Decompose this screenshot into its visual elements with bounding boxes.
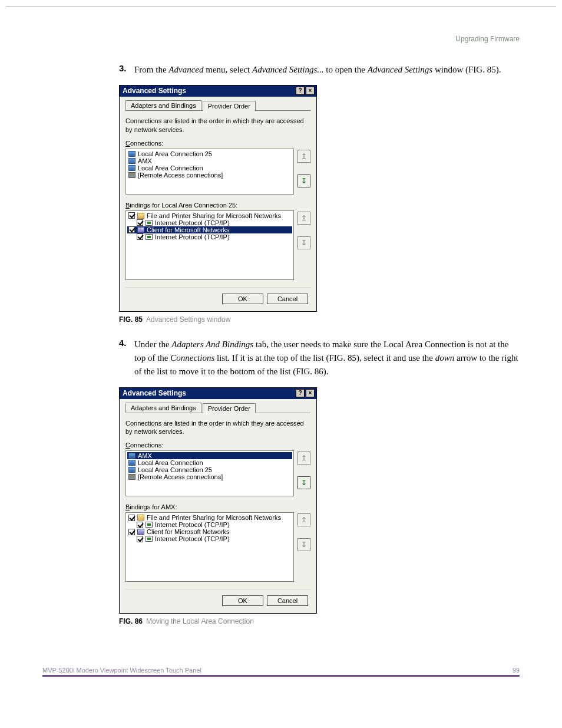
list-item-label: Client for Microsoft Networks [147, 528, 230, 535]
bindings-label: Bindings for Local Area Connection 25: [125, 202, 310, 209]
network-icon [128, 460, 135, 466]
step-number: 4. [119, 338, 134, 379]
text-italic: down [435, 353, 455, 363]
list-item-label: Internet Protocol (TCP/IP) [155, 521, 230, 528]
tab-provider-order[interactable]: Provider Order [203, 403, 256, 413]
help-button[interactable]: ? [296, 87, 305, 95]
list-item-label: Local Area Connection [138, 164, 203, 172]
page-number: 99 [513, 667, 520, 674]
connections-label: Connections: [125, 442, 310, 449]
list-item[interactable]: Local Area Connection 25 [127, 150, 292, 157]
list-item[interactable]: Internet Protocol (TCP/IP) [127, 535, 292, 542]
list-item-label: [Remote Access connections] [138, 172, 223, 179]
connections-listbox[interactable]: AMX Local Area Connection Local Area Con… [125, 450, 294, 496]
move-up-button[interactable]: ↥ [297, 212, 310, 225]
list-item-label: Client for Microsoft Networks [147, 226, 230, 233]
step-4: 4. Under the Adapters And Bindings tab, … [119, 338, 520, 379]
list-item-label: AMX [138, 157, 152, 164]
list-item[interactable]: [Remote Access connections] [127, 172, 292, 179]
checkbox-icon[interactable] [137, 522, 143, 528]
tab-strip: Adapters and Bindings Provider Order [125, 100, 310, 111]
connections-label: Connections: [125, 140, 310, 147]
step-3: 3. From the Advanced menu, select Advanc… [119, 63, 520, 77]
protocol-icon [146, 234, 153, 240]
figure-label: FIG. 85 [119, 315, 143, 324]
ok-button[interactable]: OK [222, 595, 263, 606]
step-text: From the Advanced menu, select Advanced … [134, 63, 520, 77]
network-icon [128, 165, 135, 171]
network-icon [128, 467, 135, 473]
tab-strip: Adapters and Bindings Provider Order [125, 403, 310, 413]
figure-caption-86: FIG. 86Moving the Local Area Connection [119, 617, 520, 625]
list-item[interactable]: AMX [127, 157, 292, 164]
network-icon [128, 453, 135, 459]
figure-caption-85: FIG. 85Advanced Settings window [119, 315, 520, 324]
network-icon [128, 151, 135, 157]
list-item-label: Internet Protocol (TCP/IP) [155, 233, 230, 241]
help-button[interactable]: ? [296, 389, 305, 397]
list-item[interactable]: Internet Protocol (TCP/IP) [127, 233, 292, 241]
tab-provider-order[interactable]: Provider Order [203, 101, 256, 111]
checkbox-icon[interactable] [128, 529, 135, 535]
protocol-icon [146, 220, 153, 226]
move-down-button[interactable]: ↧ [297, 174, 310, 187]
list-item[interactable]: Local Area Connection [127, 459, 292, 466]
tab-adapters-bindings[interactable]: Adapters and Bindings [125, 403, 201, 413]
bindings-listbox[interactable]: File and Printer Sharing for Microsoft N… [125, 210, 294, 280]
list-item-label: Local Area Connection 25 [138, 150, 212, 157]
connections-listbox[interactable]: Local Area Connection 25 AMX Local Area … [125, 149, 294, 195]
dialog-titlebar[interactable]: Advanced Settings ? × [120, 85, 316, 97]
checkbox-icon[interactable] [137, 536, 143, 542]
text-italic: Advanced Settings [368, 65, 432, 74]
list-item-selected[interactable]: AMX [127, 452, 292, 459]
figure-text: Moving the Local Area Connection [146, 617, 254, 625]
list-item[interactable]: Internet Protocol (TCP/IP) [127, 219, 292, 226]
list-item[interactable]: Internet Protocol (TCP/IP) [127, 521, 292, 528]
move-up-button[interactable]: ↥ [297, 513, 310, 526]
list-item[interactable]: File and Printer Sharing for Microsoft N… [127, 514, 292, 521]
move-up-button[interactable]: ↥ [297, 150, 310, 163]
product-name: MVP-5200i Modero Viewpoint Widescreen To… [42, 667, 201, 674]
close-button[interactable]: × [306, 389, 315, 397]
cancel-button[interactable]: Cancel [267, 294, 308, 304]
checkbox-icon[interactable] [128, 226, 135, 233]
client-icon [137, 529, 144, 535]
list-item-label: Internet Protocol (TCP/IP) [155, 219, 230, 226]
list-item[interactable]: Local Area Connection 25 [127, 466, 292, 473]
list-item[interactable]: Local Area Connection [127, 164, 292, 172]
checkbox-icon[interactable] [137, 219, 143, 226]
text: menu, select [203, 65, 252, 74]
section-header: Upgrading Firmware [42, 35, 520, 43]
figure-label: FIG. 86 [119, 617, 143, 625]
tab-adapters-bindings[interactable]: Adapters and Bindings [125, 100, 201, 110]
move-up-button[interactable]: ↥ [297, 452, 310, 465]
move-down-button[interactable]: ↧ [297, 476, 310, 489]
checkbox-icon[interactable] [137, 233, 143, 240]
list-item-label: AMX [138, 452, 152, 459]
checkbox-icon[interactable] [128, 515, 135, 521]
list-item-label: Local Area Connection 25 [138, 466, 212, 473]
bindings-listbox[interactable]: File and Printer Sharing for Microsoft N… [125, 512, 294, 582]
figure-text: Advanced Settings window [146, 315, 230, 324]
text: From the [134, 65, 168, 74]
list-item-label: File and Printer Sharing for Microsoft N… [147, 514, 281, 521]
step-number: 3. [119, 63, 134, 77]
list-item[interactable]: [Remote Access connections] [127, 473, 292, 480]
close-button[interactable]: × [306, 87, 315, 95]
text-italic: Advanced Settings... [252, 65, 324, 74]
client-icon [137, 227, 144, 233]
ok-button[interactable]: OK [222, 294, 263, 304]
dialog-description: Connections are listed in the order in w… [125, 419, 310, 436]
cancel-button[interactable]: Cancel [267, 595, 308, 606]
move-down-button[interactable]: ↧ [297, 236, 310, 249]
move-down-button[interactable]: ↧ [297, 538, 310, 551]
advanced-settings-dialog-2: Advanced Settings ? × Adapters and Bindi… [119, 387, 317, 614]
list-item-selected[interactable]: Client for Microsoft Networks [127, 226, 292, 233]
remote-icon [128, 172, 135, 178]
checkbox-icon[interactable] [128, 212, 135, 219]
text: list. If it is at the top of the list (F… [214, 353, 435, 363]
list-item[interactable]: Client for Microsoft Networks [127, 528, 292, 535]
service-icon [137, 213, 144, 219]
list-item[interactable]: File and Printer Sharing for Microsoft N… [127, 212, 292, 219]
dialog-titlebar[interactable]: Advanced Settings ? × [120, 388, 316, 399]
